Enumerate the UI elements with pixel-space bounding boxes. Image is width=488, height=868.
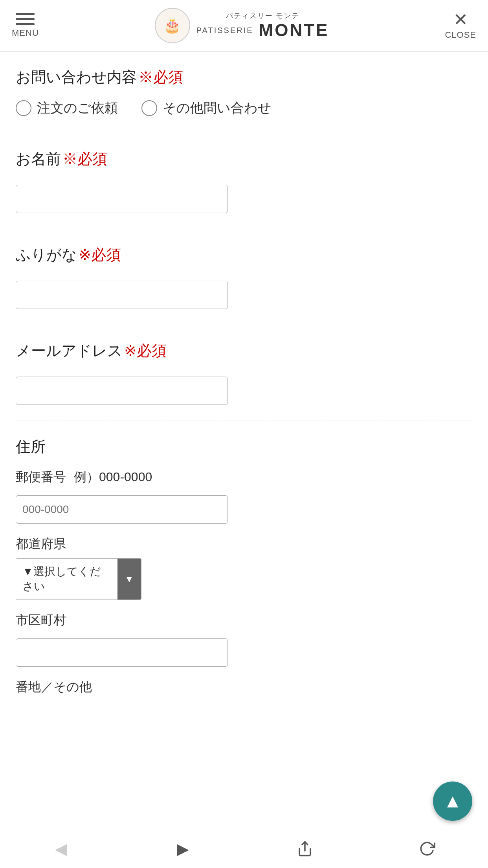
furigana-section: ふりがな※必須	[16, 245, 472, 325]
prefecture-label: 都道府県	[16, 535, 472, 553]
email-input[interactable]	[16, 377, 228, 405]
inquiry-type-section: お問い合わせ内容※必須 注文のご依頼 その他問い合わせ	[16, 67, 472, 133]
radio-order-label: 注文のご依頼	[37, 99, 118, 117]
email-required: ※必須	[124, 342, 167, 359]
email-title: メールアドレス※必須	[16, 341, 472, 361]
header-logo: 🎂 パティスリー モンテ PATISSERIE MONTE	[155, 8, 329, 43]
close-button[interactable]: ✕ CLOSE	[445, 11, 476, 40]
main-content: お問い合わせ内容※必須 注文のご依頼 その他問い合わせ お名前※必須 ふりがな※…	[0, 51, 488, 743]
postal-input[interactable]	[16, 495, 228, 524]
inquiry-required: ※必須	[138, 69, 183, 85]
menu-button[interactable]: MENU	[12, 13, 39, 38]
logo-sub: パティスリー モンテ	[226, 11, 299, 20]
postal-example: 例）000-0000	[74, 469, 152, 486]
hamburger-icon	[16, 13, 35, 25]
furigana-title: ふりがな※必須	[16, 245, 472, 265]
postal-label: 郵便番号	[16, 469, 66, 486]
city-input[interactable]	[16, 638, 228, 667]
close-label: CLOSE	[445, 30, 476, 40]
inquiry-type-title: お問い合わせ内容※必須	[16, 67, 472, 87]
furigana-required: ※必須	[79, 246, 121, 263]
name-required: ※必須	[62, 151, 107, 167]
prefecture-dropdown-btn[interactable]: ▼	[117, 559, 141, 600]
logo-top-line: PATISSERIE MONTE	[196, 20, 329, 40]
header: MENU 🎂 パティスリー モンテ PATISSERIE MONTE ✕ CLO…	[0, 0, 488, 51]
radio-other-label: その他問い合わせ	[163, 99, 272, 117]
radio-order[interactable]: 注文のご依頼	[16, 99, 118, 117]
menu-label: MENU	[12, 28, 39, 38]
name-input[interactable]	[16, 185, 228, 213]
chevron-down-icon: ▼	[125, 574, 134, 585]
postal-label-row: 郵便番号 例）000-0000	[16, 469, 472, 486]
radio-circle-order	[16, 100, 31, 116]
name-title: お名前※必須	[16, 149, 472, 169]
hamburger-line-1	[16, 13, 35, 15]
furigana-input[interactable]	[16, 281, 228, 309]
radio-other[interactable]: その他問い合わせ	[141, 99, 272, 117]
prefecture-select[interactable]: ▼選択してください ▼	[16, 558, 141, 600]
logo-patisserie: PATISSERIE	[196, 26, 253, 35]
hamburger-line-3	[16, 23, 35, 25]
logo-emoji: 🎂	[163, 17, 181, 34]
radio-circle-other	[141, 100, 157, 116]
address-section: 住所 郵便番号 例）000-0000 都道府県 ▼選択してください ▼ 市区町村…	[16, 437, 472, 696]
close-icon: ✕	[453, 11, 468, 28]
logo-combined: パティスリー モンテ PATISSERIE MONTE	[196, 11, 329, 40]
hamburger-line-2	[16, 18, 35, 20]
inquiry-radio-group: 注文のご依頼 その他問い合わせ	[16, 99, 472, 117]
logo-brand: MONTE	[259, 20, 329, 40]
prefecture-placeholder: ▼選択してください	[16, 559, 117, 600]
street-label: 番地／その他	[16, 679, 472, 696]
logo-icon: 🎂	[155, 8, 190, 43]
email-section: メールアドレス※必須	[16, 341, 472, 421]
address-title: 住所	[16, 437, 472, 457]
name-section: お名前※必須	[16, 149, 472, 229]
city-label: 市区町村	[16, 612, 472, 629]
